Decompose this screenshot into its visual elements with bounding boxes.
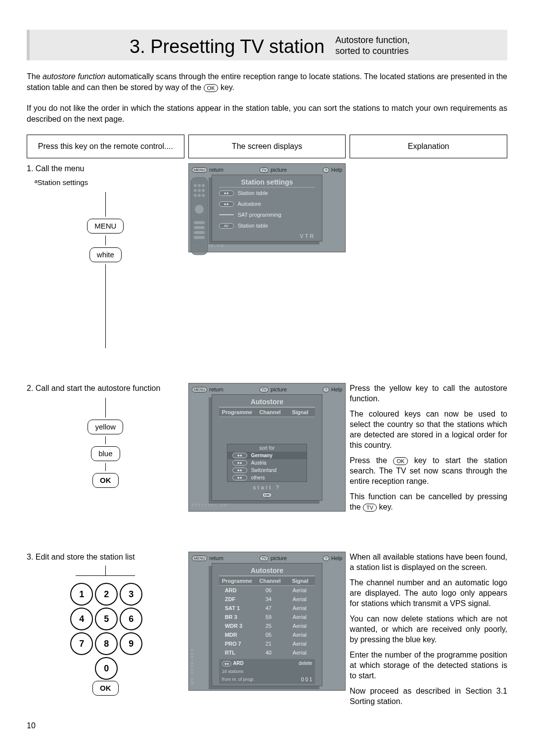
svg-rect-12 bbox=[194, 226, 205, 229]
ok-button[interactable]: OK bbox=[92, 473, 119, 488]
svg-point-1 bbox=[194, 184, 197, 187]
step3-screen: MENUreturn TVpicture ?Help Autostore Pro… bbox=[188, 552, 346, 691]
col-head-explain: Explanation bbox=[350, 135, 507, 158]
ok-key-inline: OK bbox=[204, 84, 219, 92]
tv-icon: TV bbox=[260, 167, 268, 173]
numkey-1[interactable]: 1 bbox=[70, 583, 93, 606]
tv-icon: TV bbox=[260, 556, 268, 561]
numkey-7[interactable]: 7 bbox=[70, 632, 93, 655]
remote-silhouette-icon bbox=[188, 177, 211, 256]
svg-rect-14 bbox=[194, 236, 205, 239]
menu-icon: MENU bbox=[192, 387, 208, 392]
numkey-0[interactable]: 0 bbox=[95, 657, 118, 680]
svg-rect-11 bbox=[194, 221, 205, 224]
step2-screen: MENUreturn TVpicture ?Help Autostore Pro… bbox=[188, 383, 346, 512]
numkey-5[interactable]: 5 bbox=[95, 608, 118, 630]
column-headers: Press this key on the remote control....… bbox=[27, 135, 507, 158]
numpad: 1 2 3 4 5 6 7 8 9 0 bbox=[27, 583, 184, 678]
chapter-title-bar: 3. Presetting TV station Autostore funct… bbox=[27, 30, 507, 60]
chapter-title: 3. Presetting TV station bbox=[130, 36, 324, 57]
help-icon: ? bbox=[323, 556, 329, 561]
tv-key-inline: TV bbox=[363, 504, 377, 512]
svg-point-10 bbox=[195, 205, 204, 214]
step-2-row: 2. Call and start the autostore function… bbox=[27, 383, 507, 517]
table-row: SAT 147Aerial bbox=[219, 604, 315, 613]
numkey-6[interactable]: 6 bbox=[120, 608, 142, 630]
numkey-4[interactable]: 4 bbox=[70, 608, 93, 630]
table-row: ZDF34Aerial bbox=[219, 595, 315, 604]
step-3-row: 3. Edit and store the station list 1 2 3… bbox=[27, 552, 507, 711]
step3-title: 3. Edit and store the station list bbox=[27, 552, 184, 563]
help-icon: ? bbox=[323, 167, 329, 173]
step1-screen: MENUreturn TVpicture ?Help Station setti… bbox=[188, 163, 346, 252]
blue-button[interactable]: blue bbox=[91, 446, 120, 461]
step2-remote-sequence: yellow blue OK bbox=[66, 398, 145, 490]
ok-icon: OK bbox=[262, 492, 272, 498]
step3-explanation: When all available stations have been fo… bbox=[350, 552, 507, 711]
intro-paragraph-2: If you do not like the order in which th… bbox=[27, 103, 507, 125]
svg-point-8 bbox=[198, 194, 201, 197]
autostore-panel: Autostore ProgrammeChannelSignal sort fo… bbox=[212, 394, 323, 501]
autostore-list-panel: Autostore ProgrammeChannelSignal ARD06Ae… bbox=[212, 563, 323, 686]
numkey-3[interactable]: 3 bbox=[120, 583, 142, 606]
svg-point-7 bbox=[194, 194, 197, 197]
menu-icon: MENU bbox=[192, 556, 208, 561]
ok-key-inline: OK bbox=[393, 457, 408, 465]
table-row: ARD06Aerial bbox=[219, 586, 315, 595]
table-row: BR 359Aerial bbox=[219, 613, 315, 621]
col-head-remote: Press this key on the remote control.... bbox=[27, 135, 184, 158]
svg-point-6 bbox=[202, 189, 205, 192]
intro-paragraph-1: The autostore function automatically sca… bbox=[27, 71, 507, 93]
menu-icon: MENU bbox=[192, 167, 208, 173]
help-icon: ? bbox=[323, 387, 329, 392]
step1-title: 1. Call the menu bbox=[27, 163, 184, 174]
page-number: 10 bbox=[27, 721, 507, 730]
yellow-button[interactable]: yellow bbox=[88, 420, 123, 434]
step1-subtitle: ªStation settings bbox=[27, 177, 184, 188]
svg-rect-13 bbox=[194, 231, 205, 234]
station-settings-panel: Station settings ●●Station table ●●Autos… bbox=[212, 175, 323, 241]
station-foot-bar: ●● ARD delete bbox=[219, 659, 315, 667]
tv-icon: TV bbox=[260, 387, 268, 392]
svg-point-5 bbox=[198, 189, 201, 192]
chapter-subtitle: Autostore function, sorted to countries bbox=[335, 35, 409, 56]
numkey-8[interactable]: 8 bbox=[95, 632, 118, 655]
step-1-row: 1. Call the menu ªStation settings MENU … bbox=[27, 163, 507, 348]
svg-point-4 bbox=[194, 189, 197, 192]
table-row: PRO 721Aerial bbox=[219, 639, 315, 648]
col-head-screen: The screen displays bbox=[188, 135, 346, 158]
svg-point-3 bbox=[202, 184, 205, 187]
table-row: RTL40Aerial bbox=[219, 648, 315, 657]
svg-point-2 bbox=[198, 184, 201, 187]
ok-button[interactable]: OK bbox=[92, 681, 119, 696]
step1-remote-sequence: MENU white bbox=[66, 192, 145, 348]
numkey-9[interactable]: 9 bbox=[120, 632, 142, 655]
table-row: MDR05Aerial bbox=[219, 630, 315, 639]
step2-title: 2. Call and start the autostore function bbox=[27, 383, 184, 394]
step2-explanation: Press the yellow key to call the autosto… bbox=[350, 383, 507, 517]
table-row: WDR 325Aerial bbox=[219, 621, 315, 630]
white-button[interactable]: white bbox=[89, 247, 122, 262]
sort-for-box: sort for ●●Germany ●●Austria ●●Switzerla… bbox=[227, 444, 308, 482]
menu-button[interactable]: MENU bbox=[87, 219, 124, 234]
svg-point-9 bbox=[202, 194, 205, 197]
numkey-2[interactable]: 2 bbox=[95, 583, 118, 606]
